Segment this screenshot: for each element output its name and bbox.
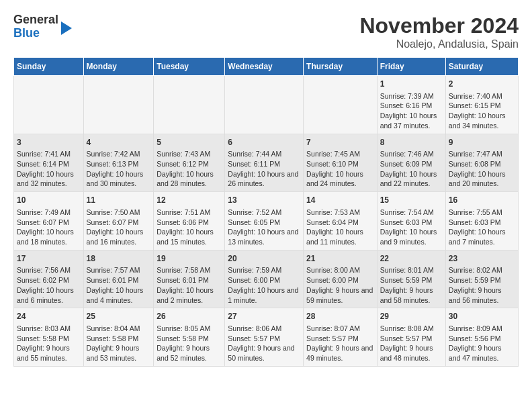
calendar-cell: 23Sunrise: 8:02 AM Sunset: 5:59 PM Dayli… — [445, 250, 518, 308]
day-info: Sunrise: 7:56 AM Sunset: 6:02 PM Dayligh… — [17, 265, 81, 305]
day-number: 6 — [228, 137, 300, 148]
day-number: 5 — [157, 137, 222, 148]
calendar-cell — [14, 76, 84, 134]
calendar-cell: 14Sunrise: 7:53 AM Sunset: 6:04 PM Dayli… — [304, 192, 378, 250]
header-monday: Monday — [83, 58, 154, 76]
logo-blue: Blue — [13, 26, 40, 40]
day-info: Sunrise: 8:03 AM Sunset: 5:58 PM Dayligh… — [17, 324, 81, 363]
day-number: 16 — [449, 195, 515, 206]
calendar-cell: 7Sunrise: 7:45 AM Sunset: 6:10 PM Daylig… — [304, 134, 378, 192]
day-info: Sunrise: 7:49 AM Sunset: 6:07 PM Dayligh… — [17, 208, 81, 247]
day-info: Sunrise: 8:04 AM Sunset: 5:58 PM Dayligh… — [87, 324, 151, 363]
day-number: 28 — [306, 311, 374, 322]
day-number: 2 — [449, 79, 515, 90]
calendar-cell: 13Sunrise: 7:52 AM Sunset: 6:05 PM Dayli… — [225, 192, 304, 250]
day-info: Sunrise: 7:44 AM Sunset: 6:11 PM Dayligh… — [228, 149, 300, 189]
week-row-3: 10Sunrise: 7:49 AM Sunset: 6:07 PM Dayli… — [14, 192, 519, 250]
calendar-cell: 25Sunrise: 8:04 AM Sunset: 5:58 PM Dayli… — [83, 308, 154, 367]
page-header: General Blue November 2024 Noalejo, Anda… — [13, 13, 519, 50]
header-sunday: Sunday — [14, 58, 84, 76]
week-row-5: 24Sunrise: 8:03 AM Sunset: 5:58 PM Dayli… — [14, 308, 519, 367]
header-saturday: Saturday — [445, 58, 518, 76]
calendar-cell: 29Sunrise: 8:08 AM Sunset: 5:57 PM Dayli… — [377, 308, 445, 367]
day-number: 26 — [157, 311, 222, 322]
day-info: Sunrise: 7:40 AM Sunset: 6:15 PM Dayligh… — [449, 91, 515, 131]
calendar-header-row: SundayMondayTuesdayWednesdayThursdayFrid… — [14, 58, 519, 76]
calendar-cell — [304, 76, 378, 134]
day-info: Sunrise: 7:58 AM Sunset: 6:01 PM Dayligh… — [157, 265, 222, 305]
calendar-cell: 6Sunrise: 7:44 AM Sunset: 6:11 PM Daylig… — [225, 134, 304, 192]
header-wednesday: Wednesday — [225, 58, 304, 76]
calendar-cell: 8Sunrise: 7:46 AM Sunset: 6:09 PM Daylig… — [377, 134, 445, 192]
week-row-1: 1Sunrise: 7:39 AM Sunset: 6:16 PM Daylig… — [14, 76, 519, 134]
logo: General Blue — [13, 13, 72, 40]
day-info: Sunrise: 7:39 AM Sunset: 6:16 PM Dayligh… — [380, 91, 443, 131]
day-info: Sunrise: 7:51 AM Sunset: 6:06 PM Dayligh… — [157, 208, 222, 247]
calendar-cell: 22Sunrise: 8:01 AM Sunset: 5:59 PM Dayli… — [377, 250, 445, 308]
day-number: 10 — [17, 195, 81, 206]
day-number: 18 — [87, 253, 151, 265]
calendar-cell — [154, 76, 225, 134]
logo-arrow-icon — [61, 21, 72, 35]
day-number: 13 — [228, 195, 300, 206]
day-info: Sunrise: 7:52 AM Sunset: 6:05 PM Dayligh… — [228, 208, 300, 247]
logo-general: General — [13, 13, 58, 26]
calendar-cell: 1Sunrise: 7:39 AM Sunset: 6:16 PM Daylig… — [377, 76, 445, 134]
calendar-cell: 17Sunrise: 7:56 AM Sunset: 6:02 PM Dayli… — [14, 250, 84, 308]
day-number: 4 — [87, 137, 151, 148]
day-number: 15 — [380, 195, 443, 206]
calendar-cell: 19Sunrise: 7:58 AM Sunset: 6:01 PM Dayli… — [154, 250, 225, 308]
calendar-cell: 24Sunrise: 8:03 AM Sunset: 5:58 PM Dayli… — [14, 308, 84, 367]
calendar-cell: 3Sunrise: 7:41 AM Sunset: 6:14 PM Daylig… — [14, 134, 84, 192]
day-info: Sunrise: 8:07 AM Sunset: 5:57 PM Dayligh… — [306, 324, 374, 363]
day-info: Sunrise: 7:43 AM Sunset: 6:12 PM Dayligh… — [157, 149, 222, 189]
day-number: 25 — [87, 311, 151, 322]
day-info: Sunrise: 7:50 AM Sunset: 6:07 PM Dayligh… — [87, 208, 151, 247]
day-info: Sunrise: 7:55 AM Sunset: 6:03 PM Dayligh… — [449, 208, 515, 247]
calendar-cell: 10Sunrise: 7:49 AM Sunset: 6:07 PM Dayli… — [14, 192, 84, 250]
day-number: 17 — [17, 253, 81, 265]
day-number: 22 — [380, 253, 443, 265]
calendar-cell: 11Sunrise: 7:50 AM Sunset: 6:07 PM Dayli… — [83, 192, 154, 250]
day-info: Sunrise: 7:59 AM Sunset: 6:00 PM Dayligh… — [228, 265, 300, 305]
calendar-cell: 15Sunrise: 7:54 AM Sunset: 6:03 PM Dayli… — [377, 192, 445, 250]
day-number: 23 — [449, 253, 515, 265]
day-info: Sunrise: 8:01 AM Sunset: 5:59 PM Dayligh… — [380, 265, 443, 305]
day-number: 12 — [157, 195, 222, 206]
header-thursday: Thursday — [304, 58, 378, 76]
calendar-cell: 12Sunrise: 7:51 AM Sunset: 6:06 PM Dayli… — [154, 192, 225, 250]
calendar-cell — [225, 76, 304, 134]
calendar-cell: 30Sunrise: 8:09 AM Sunset: 5:56 PM Dayli… — [445, 308, 518, 367]
day-info: Sunrise: 7:46 AM Sunset: 6:09 PM Dayligh… — [380, 149, 443, 189]
day-number: 29 — [380, 311, 443, 322]
day-info: Sunrise: 8:02 AM Sunset: 5:59 PM Dayligh… — [449, 265, 515, 305]
calendar-subtitle: Noalejo, Andalusia, Spain — [359, 38, 519, 50]
day-number: 21 — [306, 253, 374, 265]
calendar-cell: 27Sunrise: 8:06 AM Sunset: 5:57 PM Dayli… — [225, 308, 304, 367]
day-info: Sunrise: 8:06 AM Sunset: 5:57 PM Dayligh… — [228, 324, 300, 363]
calendar-cell: 28Sunrise: 8:07 AM Sunset: 5:57 PM Dayli… — [304, 308, 378, 367]
calendar-cell: 21Sunrise: 8:00 AM Sunset: 6:00 PM Dayli… — [304, 250, 378, 308]
day-info: Sunrise: 8:05 AM Sunset: 5:58 PM Dayligh… — [157, 324, 222, 363]
day-number: 30 — [449, 311, 515, 322]
day-number: 3 — [17, 137, 81, 148]
calendar-cell: 4Sunrise: 7:42 AM Sunset: 6:13 PM Daylig… — [83, 134, 154, 192]
day-number: 27 — [228, 311, 300, 322]
day-info: Sunrise: 7:45 AM Sunset: 6:10 PM Dayligh… — [306, 149, 374, 189]
calendar-cell: 20Sunrise: 7:59 AM Sunset: 6:00 PM Dayli… — [225, 250, 304, 308]
header-friday: Friday — [377, 58, 445, 76]
calendar-table: SundayMondayTuesdayWednesdayThursdayFrid… — [13, 57, 519, 367]
day-number: 19 — [157, 253, 222, 265]
day-number: 11 — [87, 195, 151, 206]
calendar-cell — [83, 76, 154, 134]
day-info: Sunrise: 7:54 AM Sunset: 6:03 PM Dayligh… — [380, 208, 443, 247]
day-info: Sunrise: 8:08 AM Sunset: 5:57 PM Dayligh… — [380, 324, 443, 363]
calendar-cell: 9Sunrise: 7:47 AM Sunset: 6:08 PM Daylig… — [445, 134, 518, 192]
title-block: November 2024 Noalejo, Andalusia, Spain — [359, 13, 519, 50]
day-number: 20 — [228, 253, 300, 265]
calendar-cell: 5Sunrise: 7:43 AM Sunset: 6:12 PM Daylig… — [154, 134, 225, 192]
day-number: 8 — [380, 137, 443, 148]
week-row-4: 17Sunrise: 7:56 AM Sunset: 6:02 PM Dayli… — [14, 250, 519, 308]
day-info: Sunrise: 7:57 AM Sunset: 6:01 PM Dayligh… — [87, 265, 151, 305]
calendar-cell: 2Sunrise: 7:40 AM Sunset: 6:15 PM Daylig… — [445, 76, 518, 134]
